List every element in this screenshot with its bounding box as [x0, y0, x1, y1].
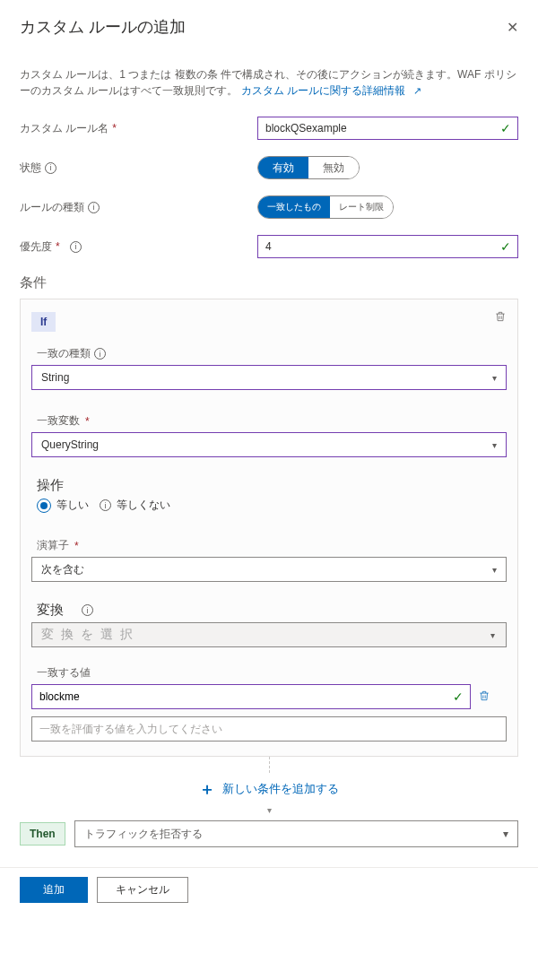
label-rule-type: ルールの種類 i	[20, 200, 257, 215]
type-match[interactable]: 一致したもの	[258, 196, 330, 218]
label-state-text: 状態	[20, 160, 41, 176]
transform-heading: 変換	[37, 602, 64, 619]
match-type-select[interactable]: String ▾	[31, 365, 507, 390]
learn-more-link[interactable]: カスタム ルールに関する詳細情報	[241, 84, 405, 97]
row-priority: 優先度 * i ✓	[20, 235, 518, 258]
required-icon: *	[56, 240, 60, 253]
chevron-down-icon: ▾	[490, 630, 497, 640]
add-button[interactable]: 追加	[20, 877, 88, 903]
row-rule-name: カスタム ルール名 * ✓	[20, 117, 518, 140]
intro-text: カスタム ルールは、1 つまたは 複数の条 件で構成され、その後にアクションが続…	[20, 66, 518, 99]
plus-icon: ＋	[199, 778, 215, 800]
footer: 追加 キャンセル	[0, 867, 538, 919]
label-match-value: 一致する値	[37, 665, 507, 681]
valid-check-icon: ✓	[500, 239, 511, 254]
valid-check-icon: ✓	[453, 689, 464, 704]
delete-value-button[interactable]	[478, 689, 490, 705]
action-select[interactable]: トラフィックを拒否する ▾	[74, 820, 518, 847]
label-operator: 演算子 *	[37, 538, 507, 553]
label-priority-text: 優先度	[20, 239, 52, 255]
label-rule-type-text: ルールの種類	[20, 200, 84, 215]
match-value-placeholder: 一致を評価する値を入力してください	[39, 722, 222, 737]
required-icon: *	[85, 415, 90, 428]
radio-equal-label: 等しい	[56, 498, 89, 513]
required-icon: *	[112, 122, 117, 134]
info-icon[interactable]: i	[94, 348, 106, 360]
match-value-input[interactable]	[31, 684, 471, 709]
row-rule-type: ルールの種類 i 一致したもの レート制限	[20, 195, 518, 219]
label-rule-name-text: カスタム ルール名	[20, 121, 108, 136]
then-badge: Then	[20, 822, 65, 846]
label-rule-name: カスタム ルール名 *	[20, 121, 257, 136]
chevron-down-icon: ▾	[492, 373, 497, 383]
radio-notequal-label: 等しくない	[117, 498, 170, 513]
label-priority: 優先度 * i	[20, 239, 257, 255]
label-match-type: 一致の種類 i	[37, 346, 507, 361]
transform-heading-row: 変換 i	[37, 602, 507, 619]
row-state: 状態 i 有効 無効	[20, 156, 518, 179]
priority-input[interactable]	[257, 235, 518, 258]
then-row: Then トラフィックを拒否する ▾	[20, 820, 518, 847]
label-operator-text: 演算子	[37, 538, 69, 553]
cancel-button[interactable]: キャンセル	[97, 877, 188, 903]
add-condition-label: 新しい条件を追加する	[222, 781, 339, 797]
match-value-row: ✓	[31, 684, 507, 709]
label-match-var: 一致変数 *	[37, 413, 507, 429]
panel-header: カスタム ルールの追加 ✕	[20, 16, 518, 38]
rule-name-input[interactable]	[257, 117, 518, 140]
valid-check-icon: ✓	[500, 121, 511, 135]
page-title: カスタム ルールの追加	[20, 16, 186, 38]
transform-select[interactable]: 変 換 を 選 択 ▾	[31, 622, 507, 647]
connector-line	[269, 757, 270, 773]
info-icon[interactable]: i	[100, 499, 111, 511]
type-rate[interactable]: レート制限	[330, 196, 393, 218]
operator-select[interactable]: 次を含む ▾	[31, 557, 507, 582]
rule-type-toggle[interactable]: 一致したもの レート制限	[257, 195, 394, 219]
label-match-var-text: 一致変数	[37, 413, 80, 429]
state-disabled[interactable]: 無効	[308, 157, 359, 178]
conditions-heading: 条件	[20, 274, 518, 291]
info-icon[interactable]: i	[45, 162, 56, 174]
if-badge: If	[31, 312, 56, 332]
rule-name-field: ✓	[257, 117, 518, 140]
state-enabled[interactable]: 有効	[258, 157, 308, 178]
add-condition-button[interactable]: ＋ 新しい条件を追加する	[20, 778, 518, 800]
info-icon[interactable]: i	[82, 604, 93, 616]
chevron-down-icon: ▾	[492, 440, 497, 450]
add-custom-rule-panel: カスタム ルールの追加 ✕ カスタム ルールは、1 つまたは 複数の条 件で構成…	[0, 0, 538, 847]
external-link-icon: ↗	[413, 85, 421, 96]
condition-block: If 一致の種類 i String ▾ 一致変数 * QueryString ▾…	[20, 299, 518, 757]
transform-placeholder: 変 換 を 選 択	[41, 627, 134, 643]
action-value: トラフィックを拒否する	[84, 827, 203, 842]
info-icon[interactable]: i	[70, 241, 82, 253]
state-toggle[interactable]: 有効 無効	[257, 156, 360, 179]
match-value-wrap: ✓	[31, 684, 471, 709]
match-variable-value: QueryString	[41, 438, 99, 451]
radio-equal[interactable]	[37, 499, 51, 513]
match-value-add-input[interactable]: 一致を評価する値を入力してください	[31, 716, 507, 742]
flow-arrow-icon: ▾	[20, 805, 518, 815]
info-icon[interactable]: i	[88, 202, 100, 213]
operation-radios: 等しい i 等しくない	[37, 498, 507, 513]
close-icon[interactable]: ✕	[507, 19, 518, 36]
chevron-down-icon: ▾	[492, 565, 497, 575]
operation-heading: 操作	[37, 477, 507, 494]
match-type-value: String	[41, 371, 69, 384]
label-state: 状態 i	[20, 160, 257, 176]
priority-field: ✓	[257, 235, 518, 258]
delete-condition-button[interactable]	[494, 310, 507, 325]
match-variable-select[interactable]: QueryString ▾	[31, 432, 507, 457]
required-icon: *	[74, 540, 79, 552]
label-match-type-text: 一致の種類	[37, 346, 91, 361]
chevron-down-icon: ▾	[503, 828, 508, 840]
operator-value: 次を含む	[41, 562, 84, 577]
